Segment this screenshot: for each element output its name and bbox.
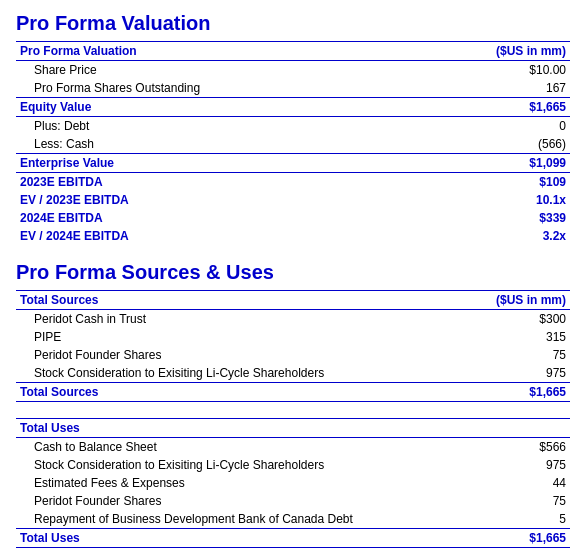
row-label: Peridot Founder Shares [16, 492, 432, 510]
row-label: Total Uses [16, 529, 432, 548]
valuation-table: Pro Forma Valuation ($US in mm) Share Pr… [16, 41, 570, 245]
table-row: Peridot Cash in Trust $300 [16, 310, 570, 329]
row-label: Equity Value [16, 98, 432, 117]
row-label: Share Price [16, 61, 432, 80]
row-label: Repayment of Business Development Bank o… [16, 510, 432, 529]
row-label: Peridot Founder Shares [16, 346, 432, 364]
row-value: 975 [432, 456, 571, 474]
row-label: Peridot Cash in Trust [16, 310, 432, 329]
table-row: 2023E EBITDA $109 [16, 173, 570, 192]
table-row: Stock Consideration to Exisiting Li-Cycl… [16, 364, 570, 383]
row-label: Plus: Debt [16, 117, 432, 136]
row-value: 5 [432, 510, 571, 529]
total-uses-row: Total Uses $1,665 [16, 529, 570, 548]
row-value: 315 [432, 328, 571, 346]
row-value: $566 [432, 438, 571, 457]
row-value: $1,665 [432, 98, 571, 117]
sources-header-row: Total Sources ($US in mm) [16, 291, 570, 310]
row-value: 0 [432, 117, 571, 136]
uses-header-label: Total Uses [16, 419, 432, 438]
row-value: $339 [432, 209, 571, 227]
row-label: PIPE [16, 328, 432, 346]
row-value: (566) [432, 135, 571, 154]
table-row: Cash to Balance Sheet $566 [16, 438, 570, 457]
valuation-section: Pro Forma Valuation Pro Forma Valuation … [16, 12, 570, 245]
uses-table: Total Uses Cash to Balance Sheet $566 St… [16, 418, 570, 548]
row-label: Total Sources [16, 383, 432, 402]
row-label: Estimated Fees & Expenses [16, 474, 432, 492]
row-value: $1,099 [432, 154, 571, 173]
row-value: 75 [432, 492, 571, 510]
valuation-header-value: ($US in mm) [432, 42, 571, 61]
row-label: Cash to Balance Sheet [16, 438, 432, 457]
table-row: Estimated Fees & Expenses 44 [16, 474, 570, 492]
sources-uses-section: Pro Forma Sources & Uses Total Sources (… [16, 261, 570, 548]
uses-header-row: Total Uses [16, 419, 570, 438]
table-row: Plus: Debt 0 [16, 117, 570, 136]
row-value: 75 [432, 346, 571, 364]
enterprise-value-row: Enterprise Value $1,099 [16, 154, 570, 173]
row-label: 2024E EBITDA [16, 209, 432, 227]
row-value: 44 [432, 474, 571, 492]
row-label: EV / 2024E EBITDA [16, 227, 432, 245]
valuation-header-row: Pro Forma Valuation ($US in mm) [16, 42, 570, 61]
table-row: Less: Cash (566) [16, 135, 570, 154]
row-label: Less: Cash [16, 135, 432, 154]
table-row: Pro Forma Shares Outstanding 167 [16, 79, 570, 98]
row-value: 3.2x [432, 227, 571, 245]
valuation-title: Pro Forma Valuation [16, 12, 570, 35]
row-value: $10.00 [432, 61, 571, 80]
row-value: $109 [432, 173, 571, 192]
row-value: 10.1x [432, 191, 571, 209]
row-value: 167 [432, 79, 571, 98]
table-row: PIPE 315 [16, 328, 570, 346]
row-value: $1,665 [432, 529, 571, 548]
sources-uses-title: Pro Forma Sources & Uses [16, 261, 570, 284]
row-value: $1,665 [432, 383, 571, 402]
row-label: Stock Consideration to Exisiting Li-Cycl… [16, 364, 432, 383]
row-label: 2023E EBITDA [16, 173, 432, 192]
table-row: Share Price $10.00 [16, 61, 570, 80]
row-label: Stock Consideration to Exisiting Li-Cycl… [16, 456, 432, 474]
table-row: Peridot Founder Shares 75 [16, 346, 570, 364]
row-label: EV / 2023E EBITDA [16, 191, 432, 209]
row-label: Pro Forma Shares Outstanding [16, 79, 432, 98]
table-row: 2024E EBITDA $339 [16, 209, 570, 227]
valuation-header-label: Pro Forma Valuation [16, 42, 432, 61]
total-sources-row: Total Sources $1,665 [16, 383, 570, 402]
table-row: EV / 2023E EBITDA 10.1x [16, 191, 570, 209]
sources-header-label: Total Sources [16, 291, 432, 310]
uses-header-value [432, 419, 571, 438]
row-value: $300 [432, 310, 571, 329]
row-value: 975 [432, 364, 571, 383]
table-row: EV / 2024E EBITDA 3.2x [16, 227, 570, 245]
table-row: Stock Consideration to Exisiting Li-Cycl… [16, 456, 570, 474]
table-row: Repayment of Business Development Bank o… [16, 510, 570, 529]
row-label: Enterprise Value [16, 154, 432, 173]
sources-table: Total Sources ($US in mm) Peridot Cash i… [16, 290, 570, 402]
sources-header-value: ($US in mm) [432, 291, 571, 310]
equity-value-row: Equity Value $1,665 [16, 98, 570, 117]
table-row: Peridot Founder Shares 75 [16, 492, 570, 510]
